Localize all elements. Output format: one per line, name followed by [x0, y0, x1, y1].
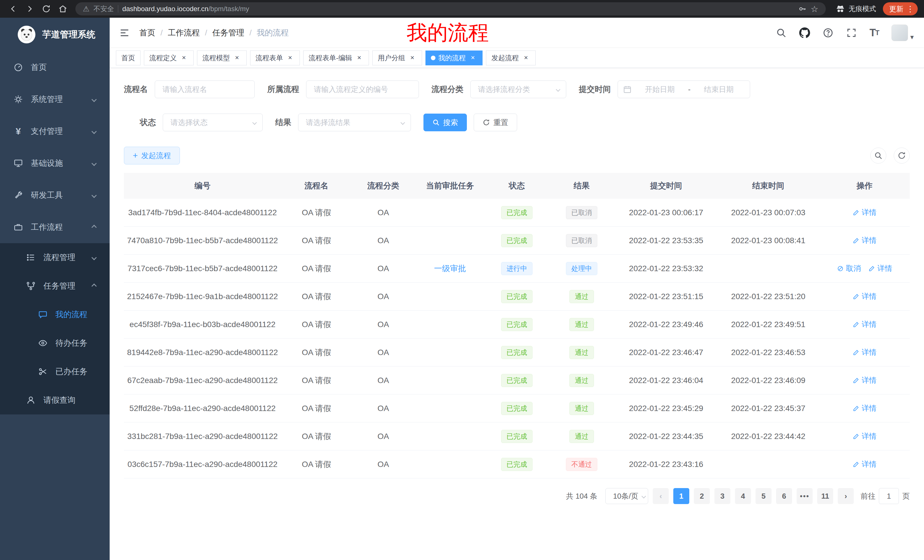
cancel-action[interactable]: 取消	[837, 264, 861, 273]
process-label: 所属流程	[267, 84, 299, 95]
search-icon[interactable]	[776, 27, 787, 38]
goto-suffix: 页	[902, 491, 910, 501]
status-badge: 已完成	[501, 374, 532, 387]
detail-action[interactable]: 详情	[853, 208, 877, 217]
tab-close-icon[interactable]: ×	[286, 54, 294, 62]
tab-close-icon[interactable]: ×	[233, 54, 241, 62]
browser-forward-button[interactable]	[23, 2, 36, 16]
next-page-button[interactable]: ›	[838, 488, 854, 504]
sidebar-item-done-tasks[interactable]: 已办任务	[0, 357, 110, 386]
cell-actions: 详情	[819, 431, 909, 441]
sidebar-item-home[interactable]: 首页	[0, 51, 110, 83]
detail-action[interactable]: 详情	[853, 291, 877, 301]
page-size-select[interactable]: 10条/页	[605, 488, 648, 504]
chevron-down-icon	[92, 161, 96, 166]
sidebar-toggle-icon[interactable]	[110, 27, 140, 39]
detail-action[interactable]: 详情	[853, 347, 877, 357]
screen: ⚠ 不安全 dashboard.yudao.iocoder.cn/bpm/tas…	[0, 0, 924, 560]
breadcrumb-item[interactable]: 首页	[140, 27, 155, 38]
tab[interactable]: 流程定义 ×	[144, 51, 194, 65]
browser-update-button[interactable]: 更新 ⋮	[883, 2, 918, 15]
detail-action[interactable]: 详情	[853, 403, 877, 413]
detail-action[interactable]: 详情	[853, 431, 877, 441]
password-key-icon[interactable]	[798, 4, 807, 13]
breadcrumb-item[interactable]: 工作流程	[168, 27, 200, 38]
browser-refresh-button[interactable]	[39, 2, 53, 16]
page-number[interactable]: 2	[694, 488, 710, 504]
refresh-icon	[42, 4, 51, 13]
browser-back-button[interactable]	[6, 2, 20, 16]
breadcrumb-item[interactable]: 任务管理	[213, 27, 244, 38]
process-id-input[interactable]	[306, 81, 419, 98]
tab[interactable]: 流程表单 ×	[250, 51, 300, 65]
fullscreen-icon[interactable]	[846, 27, 857, 38]
detail-action[interactable]: 详情	[853, 375, 877, 385]
sidebar-item-infrastructure[interactable]: 基础设施	[0, 147, 110, 179]
detail-action[interactable]: 详情	[853, 319, 877, 329]
sidebar-item-workflow[interactable]: 工作流程	[0, 211, 110, 243]
goto-label: 前往	[861, 491, 876, 501]
address-bar[interactable]: ⚠ 不安全 dashboard.yudao.iocoder.cn/bpm/tas…	[75, 2, 826, 15]
page-number[interactable]: 6	[776, 488, 792, 504]
prev-page-button[interactable]: ‹	[653, 488, 669, 504]
page-number[interactable]: •••	[796, 488, 813, 504]
browser-menu-icon[interactable]: ⋮	[906, 4, 914, 14]
result-select[interactable]: 请选择流结果	[298, 114, 411, 131]
page-number[interactable]: 1	[673, 488, 689, 504]
goto-page-input[interactable]	[879, 488, 899, 504]
detail-action[interactable]: 详情	[868, 264, 892, 273]
sidebar-item-devtools[interactable]: 研发工具	[0, 179, 110, 211]
sidebar-item-system[interactable]: 系统管理	[0, 83, 110, 115]
page-number[interactable]: 4	[735, 488, 751, 504]
github-icon[interactable]	[799, 27, 810, 38]
bookmark-star-icon[interactable]: ☆	[811, 4, 818, 14]
date-range-picker[interactable]: 开始日期 - 结束日期	[618, 81, 750, 98]
process-name-input[interactable]	[155, 81, 255, 98]
sidebar-item-payment[interactable]: ¥ 支付管理	[0, 115, 110, 147]
refresh-table-button[interactable]	[894, 148, 910, 163]
result-badge: 处理中	[566, 262, 597, 275]
search-button[interactable]: 搜索	[423, 114, 467, 131]
user-menu[interactable]: ▾	[891, 24, 914, 41]
cell-category: OA	[352, 320, 415, 329]
scissors-icon	[38, 367, 48, 377]
detail-action[interactable]: 详情	[853, 459, 877, 469]
detail-action[interactable]: 详情	[853, 235, 877, 246]
tab[interactable]: 流程模型 ×	[197, 51, 247, 65]
column-header: 状态	[485, 173, 548, 199]
sidebar-item-leave-query[interactable]: 请假查询	[0, 386, 110, 415]
tab-close-icon[interactable]: ×	[522, 54, 530, 62]
tab-close-icon[interactable]: ×	[355, 54, 363, 62]
tab[interactable]: 发起流程 ×	[486, 51, 536, 65]
sidebar-logo[interactable]: 芋道管理系统	[0, 18, 110, 51]
cell-process-id: 7470a810-7b9b-11ec-b5b7-acde48001122	[124, 236, 281, 245]
tab-close-icon[interactable]: ×	[469, 54, 477, 62]
status-select[interactable]: 请选择状态	[163, 114, 263, 131]
current-task-link[interactable]: 一级审批	[434, 264, 466, 273]
sidebar-item-task-management[interactable]: 任务管理	[0, 272, 110, 300]
sidebar-item-my-process[interactable]: 我的流程	[0, 300, 110, 329]
browser-home-button[interactable]	[56, 2, 70, 16]
tab-close-icon[interactable]: ×	[408, 54, 417, 62]
app: 芋道管理系统 首页 系统管理 ¥ 支付管理 基础设施	[0, 18, 924, 560]
tab[interactable]: 我的流程 ×	[426, 51, 483, 65]
category-select[interactable]: 请选择流程分类	[470, 81, 566, 98]
sidebar: 芋道管理系统 首页 系统管理 ¥ 支付管理 基础设施	[0, 18, 110, 560]
page-number[interactable]: 3	[714, 488, 730, 504]
tab[interactable]: 用户分组 ×	[372, 51, 422, 65]
page-number[interactable]: 11	[817, 488, 833, 504]
sidebar-item-process-management[interactable]: 流程管理	[0, 243, 110, 272]
font-size-icon[interactable]: TT	[870, 27, 879, 39]
page-number[interactable]: 5	[756, 488, 771, 504]
sidebar-item-todo-tasks[interactable]: 待办任务	[0, 329, 110, 357]
show-search-button[interactable]	[870, 148, 886, 163]
reset-button[interactable]: 重置	[474, 114, 517, 131]
sidebar-item-label: 系统管理	[31, 94, 63, 105]
tab-close-icon[interactable]: ×	[180, 54, 188, 62]
detail-action-label: 详情	[862, 319, 877, 329]
tab[interactable]: 首页	[116, 51, 141, 65]
table-row: 7470a810-7b9b-11ec-b5b7-acde48001122 OA …	[124, 227, 910, 255]
tab[interactable]: 流程表单-编辑 ×	[303, 51, 369, 65]
create-process-button[interactable]: + 发起流程	[124, 147, 180, 165]
help-icon[interactable]	[823, 27, 834, 38]
